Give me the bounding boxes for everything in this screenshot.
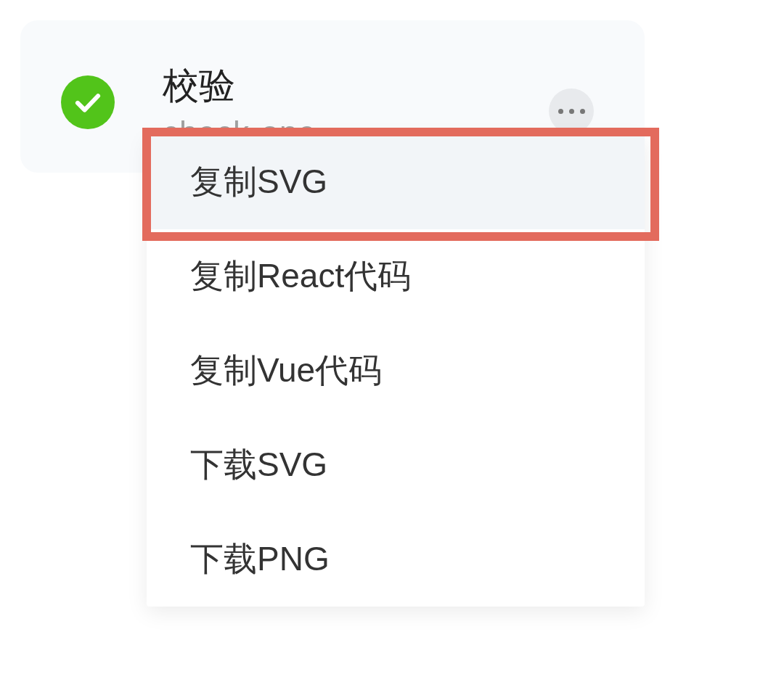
menu-item-download-svg[interactable]: 下载SVG [147,418,645,512]
menu-item-copy-react[interactable]: 复制React代码 [147,229,645,324]
menu-item-copy-vue[interactable]: 复制Vue代码 [147,324,645,418]
more-button[interactable] [549,89,594,133]
check-one-icon [61,75,115,129]
icon-title: 校验 [163,64,317,107]
ellipsis-icon [558,109,563,114]
menu-item-download-png[interactable]: 下载PNG [147,512,645,607]
menu-item-copy-svg[interactable]: 复制SVG [147,135,645,229]
context-menu: 复制SVG 复制React代码 复制Vue代码 下载SVG 下载PNG [147,135,645,607]
ellipsis-icon [580,109,585,114]
ellipsis-icon [569,109,574,114]
